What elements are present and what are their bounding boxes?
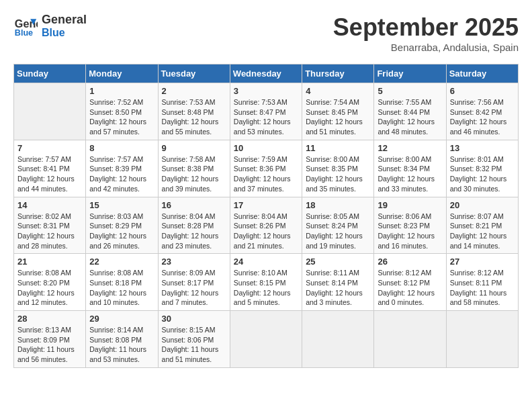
day-cell: 27Sunrise: 8:12 AM Sunset: 8:11 PM Dayli… <box>446 254 518 311</box>
title-area: September 2025 Benarraba, Andalusia, Spa… <box>333 13 519 53</box>
calendar-table: SundayMondayTuesdayWednesdayThursdayFrid… <box>13 64 519 368</box>
day-number: 20 <box>450 200 515 210</box>
day-number: 1 <box>89 86 154 96</box>
day-info: Sunrise: 7:52 AM Sunset: 8:50 PM Dayligh… <box>89 97 154 137</box>
day-number: 11 <box>306 143 370 153</box>
day-number: 25 <box>306 257 370 267</box>
day-cell: 13Sunrise: 8:01 AM Sunset: 8:32 PM Dayli… <box>446 140 518 197</box>
day-info: Sunrise: 8:00 AM Sunset: 8:35 PM Dayligh… <box>306 154 370 194</box>
col-header-saturday: Saturday <box>446 64 518 83</box>
day-number: 2 <box>162 86 226 96</box>
day-number: 29 <box>89 314 154 324</box>
day-info: Sunrise: 8:10 AM Sunset: 8:15 PM Dayligh… <box>234 268 298 308</box>
day-number: 26 <box>378 257 442 267</box>
day-number: 13 <box>450 143 515 153</box>
col-header-monday: Monday <box>86 64 158 83</box>
day-number: 30 <box>162 314 226 324</box>
week-row-3: 14Sunrise: 8:02 AM Sunset: 8:31 PM Dayli… <box>14 197 519 254</box>
day-cell: 18Sunrise: 8:05 AM Sunset: 8:24 PM Dayli… <box>302 197 374 254</box>
day-cell <box>230 311 302 368</box>
day-info: Sunrise: 8:02 AM Sunset: 8:31 PM Dayligh… <box>17 212 82 251</box>
week-row-2: 7Sunrise: 7:57 AM Sunset: 8:41 PM Daylig… <box>14 140 519 197</box>
day-number: 27 <box>450 257 515 267</box>
day-info: Sunrise: 7:55 AM Sunset: 8:44 PM Dayligh… <box>378 97 442 137</box>
day-info: Sunrise: 7:59 AM Sunset: 8:36 PM Dayligh… <box>234 154 298 194</box>
day-number: 24 <box>234 257 298 267</box>
day-number: 21 <box>17 257 82 267</box>
day-cell: 23Sunrise: 8:09 AM Sunset: 8:17 PM Dayli… <box>158 254 230 311</box>
day-info: Sunrise: 7:53 AM Sunset: 8:47 PM Dayligh… <box>234 97 298 137</box>
day-cell: 25Sunrise: 8:11 AM Sunset: 8:14 PM Dayli… <box>302 254 374 311</box>
day-cell: 30Sunrise: 8:15 AM Sunset: 8:06 PM Dayli… <box>158 311 230 368</box>
day-info: Sunrise: 7:57 AM Sunset: 8:39 PM Dayligh… <box>89 154 154 194</box>
day-number: 23 <box>162 257 226 267</box>
day-number: 22 <box>89 257 154 267</box>
day-cell: 29Sunrise: 8:14 AM Sunset: 8:08 PM Dayli… <box>86 311 158 368</box>
day-cell: 16Sunrise: 8:04 AM Sunset: 8:28 PM Dayli… <box>158 197 230 254</box>
week-row-4: 21Sunrise: 8:08 AM Sunset: 8:20 PM Dayli… <box>14 254 519 311</box>
col-header-friday: Friday <box>374 64 446 83</box>
day-info: Sunrise: 8:12 AM Sunset: 8:11 PM Dayligh… <box>450 268 515 308</box>
day-number: 19 <box>378 200 442 210</box>
month-title: September 2025 <box>333 13 519 42</box>
day-info: Sunrise: 7:53 AM Sunset: 8:48 PM Dayligh… <box>162 97 226 137</box>
day-cell <box>302 311 374 368</box>
day-cell: 10Sunrise: 7:59 AM Sunset: 8:36 PM Dayli… <box>230 140 302 197</box>
day-cell: 28Sunrise: 8:13 AM Sunset: 8:09 PM Dayli… <box>14 311 86 368</box>
logo: General Blue General Blue <box>13 13 87 38</box>
day-info: Sunrise: 8:05 AM Sunset: 8:24 PM Dayligh… <box>306 212 370 251</box>
day-number: 6 <box>450 86 515 96</box>
day-number: 5 <box>378 86 442 96</box>
day-info: Sunrise: 8:09 AM Sunset: 8:17 PM Dayligh… <box>162 268 226 308</box>
header: General Blue General Blue September 2025… <box>13 13 519 53</box>
day-number: 14 <box>17 200 82 210</box>
day-cell: 22Sunrise: 8:08 AM Sunset: 8:18 PM Dayli… <box>86 254 158 311</box>
day-cell: 1Sunrise: 7:52 AM Sunset: 8:50 PM Daylig… <box>86 83 158 140</box>
location-subtitle: Benarraba, Andalusia, Spain <box>333 42 519 53</box>
day-cell: 9Sunrise: 7:58 AM Sunset: 8:38 PM Daylig… <box>158 140 230 197</box>
day-number: 9 <box>162 143 226 153</box>
day-info: Sunrise: 7:57 AM Sunset: 8:41 PM Dayligh… <box>17 154 82 194</box>
logo-blue: Blue <box>42 27 87 39</box>
day-info: Sunrise: 8:07 AM Sunset: 8:21 PM Dayligh… <box>450 212 515 251</box>
svg-text:Blue: Blue <box>15 28 33 38</box>
day-cell: 11Sunrise: 8:00 AM Sunset: 8:35 PM Dayli… <box>302 140 374 197</box>
day-info: Sunrise: 8:08 AM Sunset: 8:18 PM Dayligh… <box>89 268 154 308</box>
day-number: 8 <box>89 143 154 153</box>
logo-general: General <box>42 13 87 27</box>
day-cell: 26Sunrise: 8:12 AM Sunset: 8:12 PM Dayli… <box>374 254 446 311</box>
day-number: 10 <box>234 143 298 153</box>
day-cell <box>446 311 518 368</box>
day-cell: 17Sunrise: 8:04 AM Sunset: 8:26 PM Dayli… <box>230 197 302 254</box>
day-cell <box>374 311 446 368</box>
week-row-1: 1Sunrise: 7:52 AM Sunset: 8:50 PM Daylig… <box>14 83 519 140</box>
day-cell: 6Sunrise: 7:56 AM Sunset: 8:42 PM Daylig… <box>446 83 518 140</box>
day-number: 28 <box>17 314 82 324</box>
col-header-wednesday: Wednesday <box>230 64 302 83</box>
day-cell: 3Sunrise: 7:53 AM Sunset: 8:47 PM Daylig… <box>230 83 302 140</box>
day-number: 15 <box>89 200 154 210</box>
day-number: 12 <box>378 143 442 153</box>
day-info: Sunrise: 7:54 AM Sunset: 8:45 PM Dayligh… <box>306 97 370 137</box>
day-info: Sunrise: 8:11 AM Sunset: 8:14 PM Dayligh… <box>306 268 370 308</box>
day-info: Sunrise: 7:56 AM Sunset: 8:42 PM Dayligh… <box>450 97 515 137</box>
day-info: Sunrise: 8:12 AM Sunset: 8:12 PM Dayligh… <box>378 268 442 308</box>
col-header-sunday: Sunday <box>14 64 86 83</box>
day-number: 4 <box>306 86 370 96</box>
day-info: Sunrise: 8:14 AM Sunset: 8:08 PM Dayligh… <box>89 325 154 365</box>
day-cell: 15Sunrise: 8:03 AM Sunset: 8:29 PM Dayli… <box>86 197 158 254</box>
day-cell: 12Sunrise: 8:00 AM Sunset: 8:34 PM Dayli… <box>374 140 446 197</box>
col-header-tuesday: Tuesday <box>158 64 230 83</box>
day-info: Sunrise: 8:04 AM Sunset: 8:28 PM Dayligh… <box>162 212 226 251</box>
day-number: 17 <box>234 200 298 210</box>
day-info: Sunrise: 7:58 AM Sunset: 8:38 PM Dayligh… <box>162 154 226 194</box>
day-number: 18 <box>306 200 370 210</box>
header-row: SundayMondayTuesdayWednesdayThursdayFrid… <box>14 64 519 83</box>
logo-icon: General Blue <box>13 14 38 38</box>
day-cell <box>14 83 86 140</box>
day-info: Sunrise: 8:03 AM Sunset: 8:29 PM Dayligh… <box>89 212 154 251</box>
day-cell: 24Sunrise: 8:10 AM Sunset: 8:15 PM Dayli… <box>230 254 302 311</box>
day-info: Sunrise: 8:00 AM Sunset: 8:34 PM Dayligh… <box>378 154 442 194</box>
day-cell: 21Sunrise: 8:08 AM Sunset: 8:20 PM Dayli… <box>14 254 86 311</box>
day-cell: 7Sunrise: 7:57 AM Sunset: 8:41 PM Daylig… <box>14 140 86 197</box>
